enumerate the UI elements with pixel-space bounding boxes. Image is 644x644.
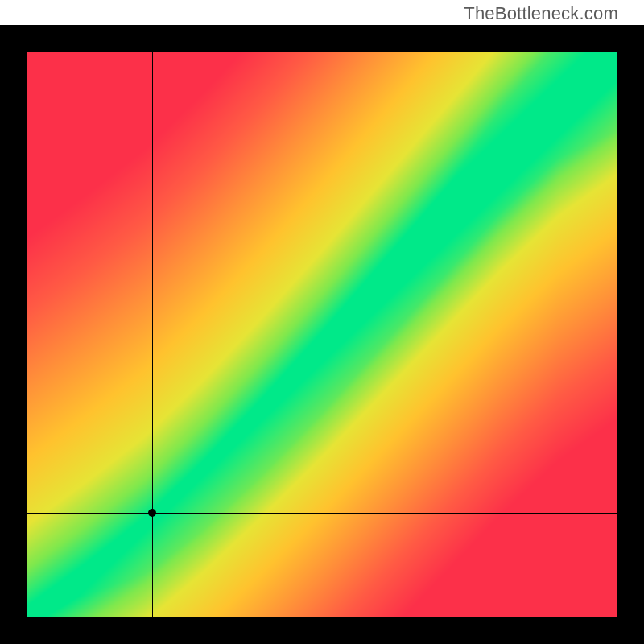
watermark-text: TheBottleneck.com bbox=[464, 3, 618, 24]
heatmap-canvas bbox=[27, 52, 617, 617]
chart-container: TheBottleneck.com bbox=[0, 0, 644, 644]
heatmap-plot-area bbox=[27, 52, 617, 617]
marker-dot bbox=[148, 509, 156, 517]
crosshair-vertical bbox=[152, 52, 153, 617]
crosshair-horizontal bbox=[27, 513, 617, 514]
chart-outer-frame bbox=[0, 25, 644, 644]
